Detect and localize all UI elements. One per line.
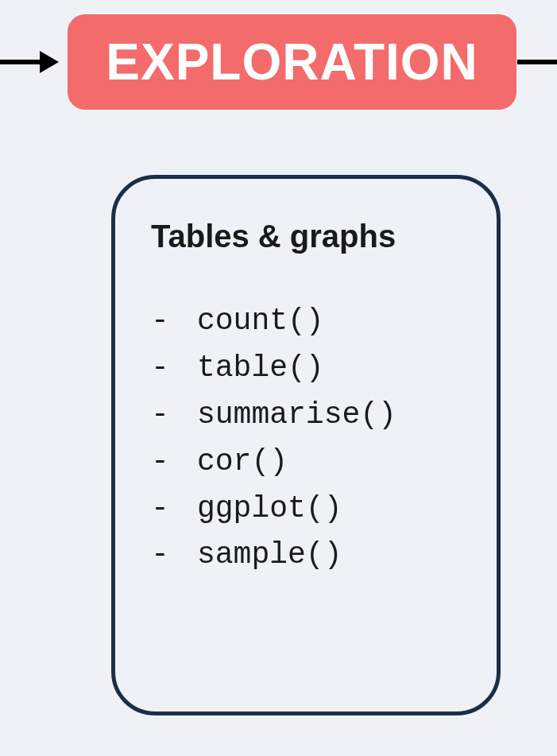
list-item: - sample() [151, 532, 465, 579]
function-name: sample() [197, 532, 342, 579]
bullet: - [151, 532, 197, 579]
list-item: - ggplot() [151, 486, 465, 533]
function-name: cor() [197, 439, 288, 486]
arrow-out-icon [517, 60, 557, 64]
bullet: - [151, 392, 197, 439]
list-item: - summarise() [151, 392, 465, 439]
function-name: table() [197, 345, 324, 392]
arrow-in-icon [0, 60, 64, 64]
list-item: - table() [151, 345, 465, 392]
function-list: - count() - table() - summarise() - cor(… [151, 298, 465, 579]
stage-header-box: EXPLORATION [68, 14, 516, 110]
functions-panel: Tables & graphs - count() - table() - su… [111, 175, 501, 715]
function-name: summarise() [197, 392, 396, 439]
function-name: count() [197, 298, 324, 345]
bullet: - [151, 486, 197, 533]
list-item: - count() [151, 298, 465, 345]
bullet: - [151, 345, 197, 392]
stage-title: EXPLORATION [106, 33, 478, 91]
function-name: ggplot() [197, 486, 342, 533]
section-heading: Tables & graphs [151, 219, 465, 254]
list-item: - cor() [151, 439, 465, 486]
bullet: - [151, 439, 197, 486]
bullet: - [151, 298, 197, 345]
